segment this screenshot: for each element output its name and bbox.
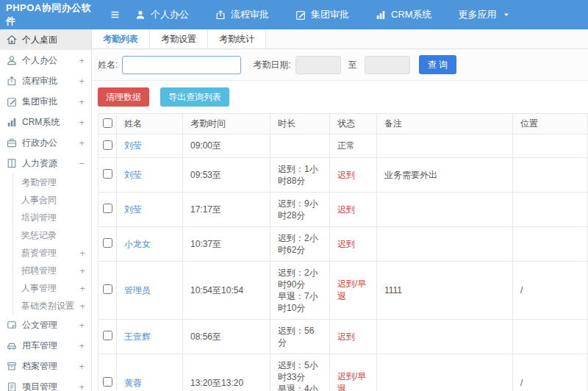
sidebar-item-document-mgmt[interactable]: 公文管理 + (0, 315, 91, 335)
sidebar-subitem-salary-mgmt[interactable]: 薪资管理 + (13, 244, 91, 262)
status-badge: 迟到/早退 (330, 262, 377, 320)
remark (377, 134, 513, 158)
status-badge: 正常 (330, 134, 377, 158)
table-row: 小龙女 10:37至 迟到：2小时62分 迟到 (98, 227, 588, 262)
row-checkbox[interactable] (103, 284, 112, 294)
sidebar: 个人桌面 个人办公 + 流程审批 + 集团审批 + CRM系统 + 行政办公 + (0, 29, 92, 391)
sidebar-subitem-training-mgmt[interactable]: 培训管理 (13, 209, 91, 226)
duration: 迟到：1小时88分 (270, 158, 330, 193)
chart-icon (376, 10, 386, 20)
status-badge: 迟到/早退 (330, 354, 377, 391)
action-buttons: 清理数据 导出查询列表 (92, 81, 588, 113)
duration: 迟到：56分 (270, 320, 330, 354)
attendance-time: 10:37至 (183, 227, 270, 262)
remark (377, 354, 513, 391)
chart-icon (7, 117, 17, 127)
edit-icon (295, 10, 306, 20)
sidebar-item-hr[interactable]: 人力资源 − (0, 153, 91, 173)
duration: 迟到：2小时62分 (270, 227, 330, 262)
flow-icon (215, 10, 226, 20)
app-logo: PHPOA协同办公软件 (0, 1, 92, 28)
location (513, 158, 588, 193)
nav-item-crm[interactable]: CRM系统 (376, 8, 432, 21)
table-row: 刘莹 17:17至 迟到：9小时28分 迟到 (98, 193, 588, 227)
briefcase-icon (7, 137, 17, 148)
sidebar-item-workflow-approval[interactable]: 流程审批 + (0, 71, 91, 91)
employee-name-link[interactable]: 王壹辉 (124, 331, 151, 342)
car-icon (7, 340, 17, 351)
employee-name-link[interactable]: 管理员 (124, 285, 151, 295)
tab-bar: 考勤列表 考勤设置 考勤统计 (92, 29, 588, 49)
sidebar-subitem-recruit-mgmt[interactable]: 招聘管理 + (13, 262, 91, 279)
nav-item-personal-office[interactable]: 个人办公 (135, 8, 189, 21)
export-list-button[interactable]: 导出查询列表 (160, 87, 229, 107)
status-badge: 迟到 (330, 158, 377, 193)
flow-icon (7, 76, 17, 86)
location: / (513, 354, 588, 391)
table-header-row: 姓名 考勤时间 时长 状态 备注 位置 (98, 114, 588, 134)
tab-attendance-list[interactable]: 考勤列表 (92, 29, 150, 49)
employee-name-link[interactable]: 黄蓉 (124, 378, 142, 388)
hr-icon (7, 158, 17, 168)
sidebar-hr-submenu: 考勤管理 人事合同 培训管理 奖惩记录 薪资管理 + 招聘管理 + (12, 173, 91, 315)
caret-down-icon (502, 10, 511, 19)
date-to-input[interactable] (365, 56, 410, 74)
sidebar-item-project-mgmt[interactable]: 项目管理 + (0, 376, 91, 391)
hamburger-icon[interactable] (110, 10, 121, 20)
sidebar-item-vehicle-mgmt[interactable]: 用车管理 + (0, 335, 91, 356)
remark (377, 227, 513, 262)
employee-name-link[interactable]: 刘莹 (124, 204, 142, 215)
main-content: 考勤列表 考勤设置 考勤统计 姓名: 考勤日期: 至 查 询 清理数据 导出查询… (92, 29, 588, 391)
sidebar-item-group-approval[interactable]: 集团审批 + (0, 91, 91, 112)
employee-name-link[interactable]: 小龙女 (124, 239, 151, 249)
location (513, 134, 588, 158)
status-badge: 迟到 (330, 193, 377, 227)
attendance-table: 姓名 考勤时间 时长 状态 备注 位置 刘莹 09:00至 正常 (98, 113, 588, 391)
row-checkbox[interactable] (103, 204, 112, 213)
sidebar-subitem-personnel-mgmt[interactable]: 人事管理 + (13, 279, 91, 297)
top-navbar: PHPOA协同办公软件 个人办公 流程审批 集团审批 CRM系统 更多应用 (0, 0, 588, 29)
name-input[interactable] (122, 56, 241, 74)
sidebar-item-admin-office[interactable]: 行政办公 + (0, 132, 91, 153)
attendance-time: 09:53至 (183, 158, 270, 193)
edit-icon (7, 96, 17, 107)
status-badge: 迟到 (330, 227, 377, 262)
sidebar-item-personal-office[interactable]: 个人办公 + (0, 50, 91, 71)
sidebar-item-archive-mgmt[interactable]: 档案管理 + (0, 356, 91, 376)
remark (377, 320, 513, 354)
col-header-location: 位置 (513, 114, 588, 134)
attendance-time: 08:56至 (183, 320, 270, 354)
duration: 迟到：2小时90分 早退：7小时10分 (270, 262, 330, 320)
select-all-checkbox[interactable] (103, 118, 112, 128)
sidebar-item-personal-desktop[interactable]: 个人桌面 (0, 29, 91, 50)
doc-icon (7, 320, 17, 330)
remark: 业务需要外出 (377, 158, 513, 193)
table-row: 刘莹 09:53至 迟到：1小时88分 迟到 业务需要外出 (98, 158, 588, 193)
clean-data-button[interactable]: 清理数据 (98, 87, 149, 107)
tab-attendance-stats[interactable]: 考勤统计 (208, 29, 266, 49)
tab-attendance-settings[interactable]: 考勤设置 (150, 29, 208, 49)
sidebar-item-crm[interactable]: CRM系统 + (0, 112, 91, 132)
row-checkbox[interactable] (103, 169, 112, 179)
sidebar-subitem-personnel-contract[interactable]: 人事合同 (13, 191, 91, 209)
search-button[interactable]: 查 询 (419, 55, 456, 74)
location: / (513, 262, 588, 320)
col-header-name: 姓名 (117, 114, 183, 134)
nav-item-group-approval[interactable]: 集团审批 (295, 8, 349, 21)
nav-item-more-apps[interactable]: 更多应用 (459, 8, 511, 21)
row-checkbox[interactable] (103, 331, 112, 340)
user-icon (7, 55, 17, 65)
employee-name-link[interactable]: 刘莹 (124, 170, 142, 180)
row-checkbox[interactable] (103, 238, 112, 248)
location (513, 193, 588, 227)
sidebar-subitem-attendance-mgmt[interactable]: 考勤管理 (13, 173, 91, 191)
date-from-input[interactable] (295, 56, 341, 74)
nav-item-workflow-approval[interactable]: 流程审批 (215, 8, 269, 21)
employee-name-link[interactable]: 刘莹 (124, 140, 142, 151)
sidebar-subitem-base-category[interactable]: 基础类别设置 + (13, 297, 91, 315)
row-checkbox[interactable] (103, 377, 112, 387)
row-checkbox[interactable] (103, 140, 112, 150)
duration (270, 134, 330, 158)
table-row: 王壹辉 08:56至 迟到：56分 迟到 (98, 320, 588, 354)
sidebar-subitem-reward-records[interactable]: 奖惩记录 (13, 226, 91, 244)
